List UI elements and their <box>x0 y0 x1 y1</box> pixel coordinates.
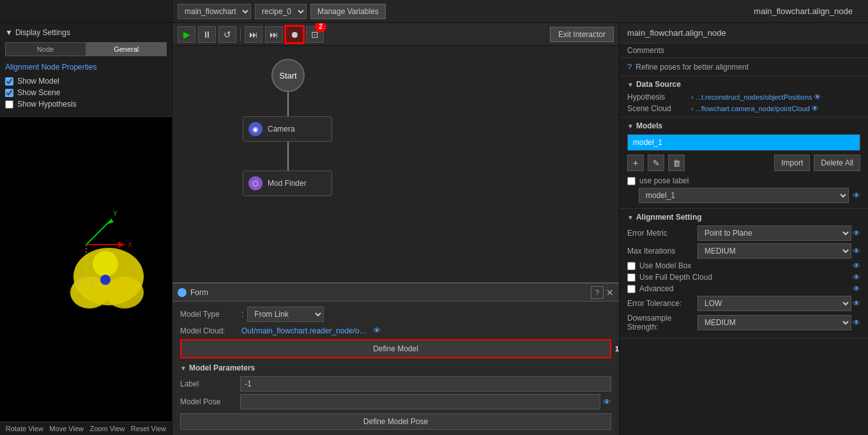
label-field-label: Label <box>180 379 238 388</box>
label-field-input[interactable] <box>240 376 611 392</box>
show-hypothesis-checkbox[interactable] <box>5 100 13 109</box>
node-start[interactable]: Start <box>271 59 305 92</box>
form-title-text: Form <box>190 288 208 297</box>
model-pose-select[interactable]: model_1 <box>639 188 849 203</box>
error-metric-label: Error Metric <box>627 229 697 238</box>
show-model-checkbox[interactable] <box>5 77 13 86</box>
model-pose-input[interactable] <box>240 394 600 409</box>
model-cloud-link[interactable]: Out/main_flowchart.reader_node/output <box>241 326 369 335</box>
alignment-node-props-label: Alignment Node Properties <box>5 63 167 72</box>
use-model-box-label: Use Model Box <box>639 261 853 270</box>
hypothesis-label: Hypothesis <box>627 93 691 102</box>
error-tolerance-eye-btn[interactable]: 👁 <box>853 299 860 308</box>
use-pose-label-checkbox[interactable] <box>627 177 636 185</box>
model-type-select[interactable]: From Link <box>247 307 324 322</box>
model-type-label: Model Type <box>180 310 238 319</box>
modfinder-label: Mod Finder <box>268 179 307 188</box>
comments-label: Comments <box>620 43 868 58</box>
triangle-icon: ▼ <box>5 28 13 37</box>
move-view-button[interactable]: Move View <box>49 425 84 432</box>
delete-model-button[interactable]: 🗑 <box>668 155 685 171</box>
exit-interactor-button[interactable]: Exit Interactor <box>550 27 614 42</box>
flowchart-select[interactable]: main_flowchart <box>178 4 251 19</box>
badge-1: 1 <box>615 345 619 353</box>
modfinder-icon: ⬡ <box>248 176 263 190</box>
reset-view-button[interactable]: Reset View <box>131 425 166 432</box>
import-button[interactable]: Import <box>774 155 810 171</box>
app-title: main_flowchart.align_node <box>754 6 863 16</box>
record-button[interactable]: ⏺ <box>286 26 303 43</box>
delete-all-button[interactable]: Delete All <box>814 155 860 171</box>
camera-label: Camera <box>268 125 295 134</box>
error-metric-select[interactable]: Point to Plane <box>697 225 851 241</box>
badge-2: 2 <box>315 23 326 33</box>
svg-marker-3 <box>118 241 125 248</box>
max-iterations-eye-btn[interactable]: 👁 <box>853 247 860 256</box>
rotate-view-button[interactable]: Rotate View <box>6 425 43 432</box>
use-full-depth-checkbox[interactable] <box>627 273 636 282</box>
form-dialog: Form ? ✕ Model Type : From Link Model Cl… <box>172 282 619 435</box>
advanced-eye-btn[interactable]: 👁 <box>853 284 860 293</box>
error-tolerance-label: Error Tolerance: <box>627 299 697 308</box>
model-cloud-eye-button[interactable]: 👁 <box>373 326 381 335</box>
model-pose-eye-btn[interactable]: 👁 <box>853 191 860 200</box>
define-model-pose-button[interactable]: Define Model Pose <box>180 413 611 430</box>
form-circle-icon <box>178 288 187 297</box>
edit-model-button[interactable]: ✎ <box>648 155 664 171</box>
info-icon: ? <box>627 62 632 72</box>
step-button[interactable]: ⏭ <box>245 26 263 43</box>
error-tolerance-select[interactable]: LOW <box>697 296 851 311</box>
triangle-icon-2: ▼ <box>180 365 187 372</box>
model-pose-eye-button[interactable]: 👁 <box>603 397 611 407</box>
advanced-checkbox[interactable] <box>627 285 636 293</box>
downsample-strength-select[interactable]: MEDIUM <box>697 315 851 330</box>
hypothesis-eye-button[interactable]: 👁 <box>814 93 821 102</box>
svg-point-7 <box>105 277 144 309</box>
camera-icon: ◉ <box>248 122 263 136</box>
define-model-button[interactable]: Define Model <box>180 339 611 358</box>
svg-text:Z: Z <box>77 280 80 287</box>
svg-point-9 <box>100 275 110 285</box>
form-colon: : <box>241 310 243 319</box>
use-pose-label-text: use pose label <box>639 176 689 185</box>
pause-button[interactable]: ⏸ <box>198 26 216 43</box>
downsample-strength-label: Downsample Strength: <box>627 314 697 332</box>
tab-general[interactable]: General <box>86 42 167 56</box>
use-model-box-eye-btn[interactable]: 👁 <box>853 261 860 270</box>
error-metric-eye-btn[interactable]: 👁 <box>853 229 860 238</box>
play-button[interactable]: ▶ <box>178 26 195 43</box>
display-settings-title: Display Settings <box>15 28 70 37</box>
scene-cloud-eye-button[interactable]: 👁 <box>811 104 819 113</box>
node-camera[interactable]: ◉ Camera <box>243 116 332 142</box>
model-item[interactable]: model_1 <box>628 135 860 150</box>
use-full-depth-eye-btn[interactable]: 👁 <box>853 273 860 282</box>
tab-node[interactable]: Node <box>5 42 86 56</box>
svg-text:X: X <box>128 241 132 248</box>
downsample-strength-eye-btn[interactable]: 👁 <box>853 318 860 327</box>
use-full-depth-label: Use Full Depth Cloud <box>639 273 853 282</box>
triangle-icon-4: ▼ <box>627 123 634 130</box>
scene-cloud-link[interactable]: › ...flowchart.camera_node/pointCloud <box>691 105 810 112</box>
node-modfinder[interactable]: ⬡ Mod Finder <box>243 171 332 196</box>
zoom-view-button[interactable]: Zoom View <box>89 425 125 432</box>
refresh-button[interactable]: ↺ <box>218 26 236 43</box>
use-model-box-checkbox[interactable] <box>627 262 636 270</box>
show-scene-checkbox[interactable] <box>5 89 13 97</box>
model-cloud-label: Model Cloud: <box>180 326 238 335</box>
add-model-button[interactable]: + <box>627 155 644 171</box>
max-iterations-select[interactable]: MEDIUM <box>697 243 851 259</box>
alignment-setting-label: Alignment Setting <box>636 213 702 222</box>
refine-label: Refine poses for better alignment <box>636 63 749 72</box>
form-help-button[interactable]: ? <box>591 286 604 299</box>
right-title: main_flowchart.align_node <box>620 23 868 43</box>
triangle-icon-3: ▼ <box>627 81 634 88</box>
form-close-button[interactable]: ✕ <box>606 287 614 298</box>
hypothesis-link[interactable]: › ...t.reconstruct_nodes/objectPositions <box>691 93 812 101</box>
recipe-select[interactable]: recipe_0 <box>255 4 307 19</box>
manage-vars-button[interactable]: Manage Variables <box>310 4 386 19</box>
advanced-label: Advanced <box>639 284 853 293</box>
show-hypothesis-label: Show Hypothesis <box>17 100 77 109</box>
show-model-label: Show Model <box>17 77 59 86</box>
svg-point-8 <box>93 251 118 277</box>
fast-forward-button[interactable]: ⏭ <box>265 26 283 43</box>
